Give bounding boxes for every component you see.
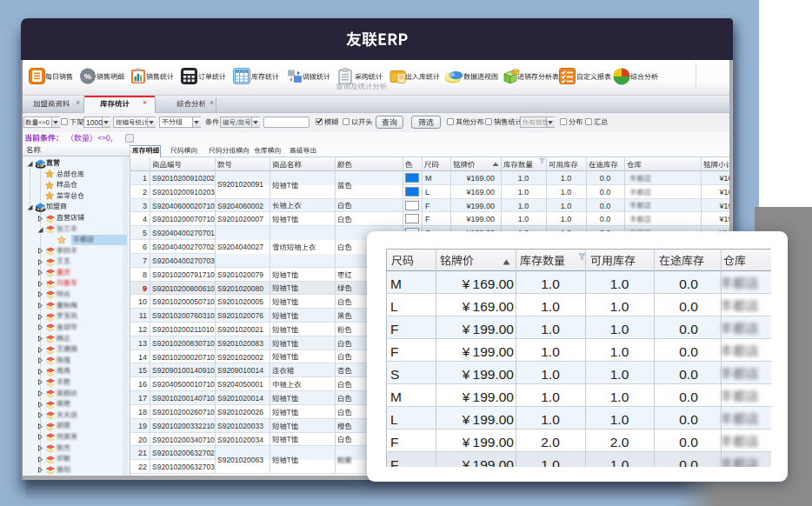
svg-text:%: % [84,71,92,81]
